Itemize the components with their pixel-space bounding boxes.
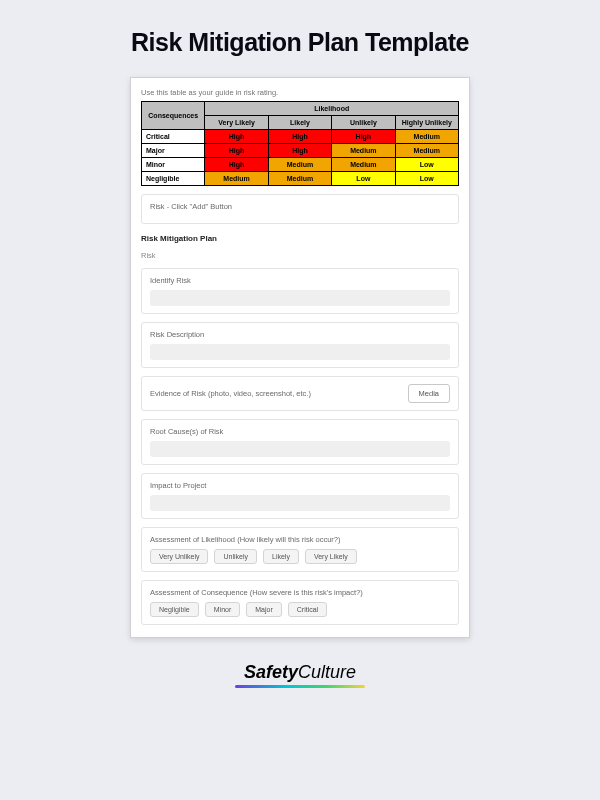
consequence-option[interactable]: Negligible [150, 602, 199, 617]
col-header: Highly Unlikely [395, 116, 458, 130]
brand-underline [235, 685, 365, 688]
risk-matrix: Consequences Likelihood Very Likely Like… [141, 101, 459, 186]
matrix-cell: High [332, 130, 395, 144]
matrix-cell: Medium [395, 130, 458, 144]
col-group-header: Likelihood [205, 102, 459, 116]
risk-subheading: Risk [141, 251, 459, 260]
row-label: Minor [142, 158, 205, 172]
row-label: Negligible [142, 172, 205, 186]
impact-section: Impact to Project [141, 473, 459, 519]
brand-part-a: Safety [244, 662, 298, 682]
plan-heading: Risk Mitigation Plan [141, 234, 459, 243]
matrix-cell: Low [395, 158, 458, 172]
likelihood-section: Assessment of Likelihood (How likely wil… [141, 527, 459, 572]
likelihood-option[interactable]: Likely [263, 549, 299, 564]
matrix-cell: High [268, 144, 331, 158]
likelihood-option[interactable]: Very Likely [305, 549, 357, 564]
consequence-option[interactable]: Major [246, 602, 282, 617]
likelihood-question: Assessment of Likelihood (How likely wil… [150, 535, 450, 544]
likelihood-option[interactable]: Very Unlikely [150, 549, 208, 564]
matrix-cell: Medium [332, 158, 395, 172]
matrix-cell: Medium [332, 144, 395, 158]
consequence-section: Assessment of Consequence (How severe is… [141, 580, 459, 625]
identify-risk-input[interactable] [150, 290, 450, 306]
consequence-option[interactable]: Critical [288, 602, 327, 617]
row-label: Critical [142, 130, 205, 144]
field-label: Root Cause(s) of Risk [150, 427, 450, 436]
risk-add-section: Risk - Click "Add" Button [141, 194, 459, 224]
root-cause-input[interactable] [150, 441, 450, 457]
matrix-cell: High [268, 130, 331, 144]
col-header: Unlikely [332, 116, 395, 130]
matrix-cell: High [205, 130, 268, 144]
col-header: Very Likely [205, 116, 268, 130]
risk-description-section: Risk Description [141, 322, 459, 368]
consequence-option[interactable]: Minor [205, 602, 241, 617]
likelihood-option[interactable]: Unlikely [214, 549, 257, 564]
field-label: Evidence of Risk (photo, video, screensh… [150, 389, 311, 398]
col-header: Likely [268, 116, 331, 130]
field-label: Impact to Project [150, 481, 450, 490]
matrix-cell: High [205, 158, 268, 172]
risk-add-note: Risk - Click "Add" Button [150, 202, 450, 211]
matrix-cell: Medium [205, 172, 268, 186]
root-cause-section: Root Cause(s) of Risk [141, 419, 459, 465]
matrix-cell: Medium [395, 144, 458, 158]
row-header: Consequences [142, 102, 205, 130]
brand-part-b: Culture [298, 662, 356, 682]
matrix-cell: Low [395, 172, 458, 186]
row-label: Major [142, 144, 205, 158]
media-button[interactable]: Media [408, 384, 450, 403]
evidence-section: Evidence of Risk (photo, video, screensh… [141, 376, 459, 411]
field-label: Identify Risk [150, 276, 450, 285]
impact-input[interactable] [150, 495, 450, 511]
template-sheet: Use this table as your guide in risk rat… [130, 77, 470, 638]
field-label: Risk Description [150, 330, 450, 339]
guide-note: Use this table as your guide in risk rat… [141, 88, 459, 97]
brand-logo: SafetyCulture [0, 662, 600, 688]
matrix-cell: Medium [268, 172, 331, 186]
matrix-cell: High [205, 144, 268, 158]
risk-description-input[interactable] [150, 344, 450, 360]
consequence-question: Assessment of Consequence (How severe is… [150, 588, 450, 597]
matrix-cell: Medium [268, 158, 331, 172]
matrix-cell: Low [332, 172, 395, 186]
page-title: Risk Mitigation Plan Template [0, 0, 600, 77]
identify-risk-section: Identify Risk [141, 268, 459, 314]
